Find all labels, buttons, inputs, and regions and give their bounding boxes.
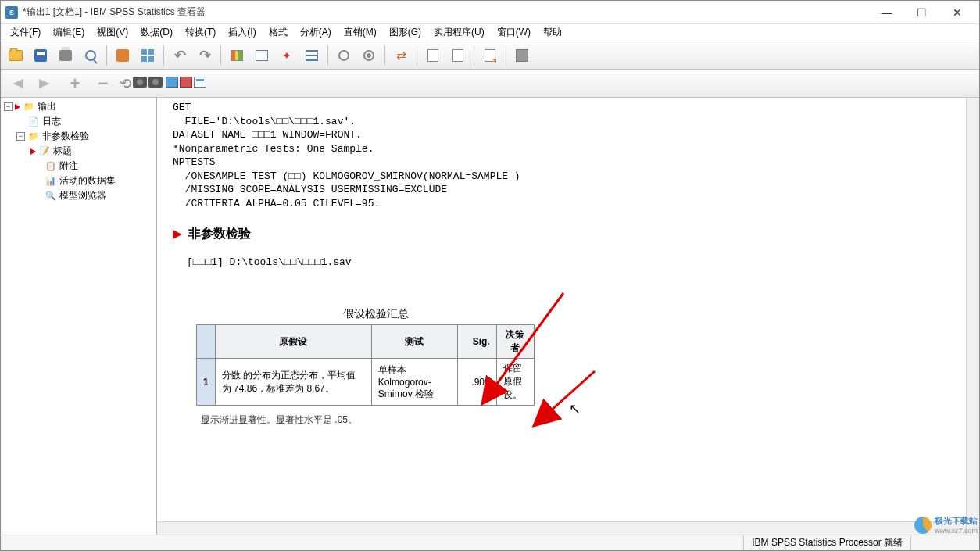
- collapse-icon[interactable]: −: [4, 102, 13, 111]
- nav-back[interactable]: [4, 72, 30, 95]
- tree-title-label: 标题: [53, 145, 72, 158]
- toolbar-nav: + − ⟲: [1, 70, 979, 98]
- tree-root[interactable]: − 📁 输出: [2, 99, 155, 114]
- list-button[interactable]: [300, 44, 324, 67]
- tree-log[interactable]: 📄 日志: [2, 114, 155, 129]
- menu-window[interactable]: 窗口(W): [491, 24, 537, 41]
- win3-button[interactable]: [194, 77, 206, 90]
- win2-button[interactable]: [180, 77, 192, 90]
- export-icon: [116, 49, 129, 62]
- nav-add[interactable]: +: [62, 72, 88, 95]
- goto-button[interactable]: [250, 44, 274, 67]
- close-button[interactable]: ✕: [939, 2, 975, 23]
- redo-button[interactable]: ↷: [193, 44, 216, 67]
- window-red-icon: [180, 77, 192, 88]
- doc-icon: [452, 49, 463, 62]
- outline-tree[interactable]: − 📁 输出 📄 日志 − 📁 非参数检验 📝 标题 📋 附注 📊 活动的数据集: [1, 98, 157, 535]
- save-button[interactable]: [29, 44, 52, 67]
- rotate-button[interactable]: ⟲: [120, 75, 131, 92]
- doc-run-icon: [485, 49, 495, 62]
- section-header: 非参数检验: [173, 226, 964, 242]
- select-button[interactable]: [332, 44, 356, 67]
- menu-utilities[interactable]: 实用程序(U): [427, 24, 491, 41]
- tree-npar[interactable]: − 📁 非参数检验: [2, 129, 155, 144]
- menu-analyze[interactable]: 分析(A): [294, 24, 338, 41]
- menu-transform[interactable]: 转换(T): [179, 24, 222, 41]
- menu-edit[interactable]: 编辑(E): [47, 24, 91, 41]
- collapse-icon[interactable]: −: [16, 132, 25, 141]
- col-blank: [197, 325, 216, 359]
- cell-sig: .909: [457, 359, 496, 406]
- note-icon: 📋: [45, 161, 57, 172]
- watermark-url: www.xz7.com: [935, 527, 978, 535]
- chart-button[interactable]: [225, 44, 249, 67]
- open-button[interactable]: [4, 44, 27, 67]
- tree-npar-label: 非参数检验: [42, 130, 89, 143]
- menu-graphs[interactable]: 图形(G): [383, 24, 427, 41]
- nav-remove[interactable]: −: [90, 72, 116, 95]
- titlebar: S *输出1 [文档1] - IBM SPSS Statistics 查看器 —…: [1, 1, 979, 24]
- camera2-button[interactable]: [148, 77, 163, 90]
- output-viewer[interactable]: GET FILE='D:\tools\□□\□□□1.sav'. DATASET…: [157, 98, 979, 535]
- print-button[interactable]: [54, 44, 77, 67]
- menu-data[interactable]: 数据(D): [134, 24, 179, 41]
- table-caption: 假设检验汇总: [196, 307, 556, 321]
- svg-marker-1: [39, 79, 50, 88]
- window-list-icon: [194, 77, 206, 88]
- camera-icon: [133, 77, 147, 88]
- tree-title[interactable]: 📝 标题: [2, 144, 155, 159]
- cursor-icon: ↖: [569, 400, 581, 417]
- grid-button[interactable]: [136, 44, 159, 67]
- toolbar-separator: [384, 45, 385, 66]
- list-icon: [306, 50, 318, 61]
- doc2-button[interactable]: [446, 44, 470, 67]
- col-decision: 决策者: [496, 325, 534, 359]
- horizontal-scrollbar[interactable]: [157, 521, 966, 535]
- menu-file[interactable]: 文件(F): [4, 24, 47, 41]
- select2-button[interactable]: [357, 44, 381, 67]
- status-empty: [910, 535, 973, 550]
- tree-dataset[interactable]: 📊 活动的数据集: [2, 174, 155, 188]
- cell-decision: 保留原假设。: [496, 359, 534, 406]
- tree-model-label: 模型浏览器: [59, 189, 106, 202]
- camera-icon: [148, 77, 163, 88]
- cell-rownum: 1: [197, 359, 216, 406]
- undo-button[interactable]: ↶: [168, 44, 191, 67]
- vertical-scrollbar[interactable]: [966, 98, 979, 535]
- redo-icon: ↷: [199, 47, 211, 64]
- col-sig: Sig.: [457, 325, 496, 359]
- window-blue-icon: [166, 77, 178, 88]
- menu-format[interactable]: 格式: [263, 24, 294, 41]
- toolbar-separator: [474, 45, 474, 66]
- tree-note[interactable]: 📋 附注: [2, 159, 155, 174]
- menu-insert[interactable]: 插入(I): [222, 24, 262, 41]
- swap-button[interactable]: ⇄: [389, 44, 413, 67]
- minimize-button[interactable]: —: [869, 2, 904, 23]
- doc-button[interactable]: [421, 44, 445, 67]
- app-icon: S: [5, 6, 18, 19]
- preview-button[interactable]: [79, 44, 102, 67]
- hypothesis-summary-table[interactable]: 原假设 测试 Sig. 决策者 1 分数 的分布为正态分布，平均值为 74.86…: [196, 324, 535, 406]
- print-icon: [59, 50, 72, 61]
- menu-help[interactable]: 帮助: [537, 24, 568, 41]
- maximize-button[interactable]: ☐: [904, 2, 939, 23]
- circle-dot-icon: [363, 50, 374, 61]
- export-button[interactable]: [111, 44, 134, 67]
- window-title: *输出1 [文档1] - IBM SPSS Statistics 查看器: [23, 5, 869, 19]
- nav-forward[interactable]: [32, 72, 59, 95]
- docp-button[interactable]: [478, 44, 502, 67]
- cell-test: 单样本 Kolmogorov-Smirnov 检验: [371, 359, 457, 406]
- docg-button[interactable]: [510, 44, 534, 67]
- minus-icon: −: [98, 73, 109, 94]
- watermark: 极光下载站 www.xz7.com: [914, 515, 978, 535]
- table-footnote: 显示渐进显著性。显著性水平是 .05。: [201, 413, 964, 427]
- table-row[interactable]: 1 分数 的分布为正态分布，平均值为 74.86，标准差为 8.67。 单样本 …: [197, 359, 535, 406]
- grid-icon: [141, 49, 154, 62]
- var-button[interactable]: ✦: [275, 44, 299, 67]
- tree-model[interactable]: 🔍 模型浏览器: [2, 188, 155, 203]
- win1-button[interactable]: [166, 77, 178, 90]
- table-header-row: 原假设 测试 Sig. 决策者: [197, 325, 535, 359]
- camera-button[interactable]: [133, 77, 147, 90]
- menu-view[interactable]: 视图(V): [91, 24, 134, 41]
- menu-direct[interactable]: 直销(M): [338, 24, 383, 41]
